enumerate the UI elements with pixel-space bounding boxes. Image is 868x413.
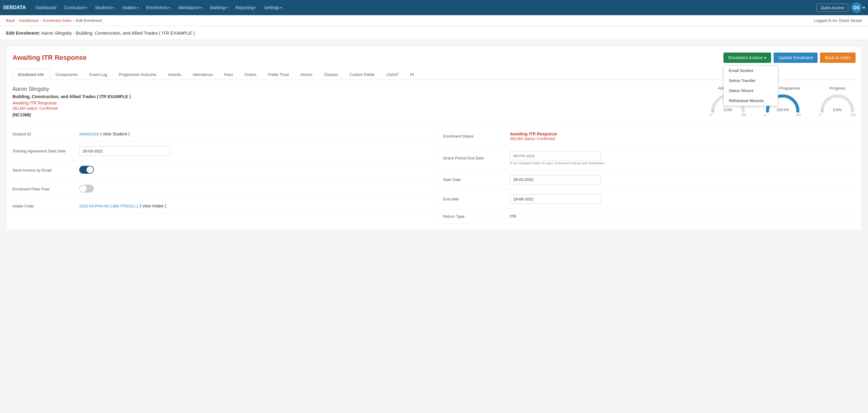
tab-awards[interactable]: Awards (162, 69, 187, 80)
tab-programme-outcome[interactable]: Programme Outcome (113, 69, 162, 80)
nav-students[interactable]: Students ▾ (91, 3, 118, 12)
update-enrolment-button[interactable]: Update Enrolment (774, 53, 817, 63)
field-send-invoice-value (79, 166, 428, 174)
field-grace-period: Grace Period End Date If not changed wit… (443, 146, 856, 170)
breadcrumb-enrolment-index[interactable]: Enrolment Index (43, 18, 72, 23)
student-id-link[interactable]: 564001026 (79, 132, 99, 136)
tab-event-log[interactable]: Event Log (84, 69, 113, 80)
field-fees-free-label: Enrolment Fees Free (12, 187, 79, 191)
gauge-progress-label: Progress (819, 86, 856, 91)
brand-logo: SEBDATA (3, 5, 26, 10)
field-training-start-value (79, 147, 428, 156)
fees-free-toggle[interactable] (79, 185, 94, 193)
return-type-text: ITR (510, 214, 516, 219)
curriculum-chevron-icon: ▾ (86, 6, 87, 9)
nav-dashboard[interactable]: Dashboard (32, 3, 60, 12)
field-training-agreement-start: Training Agreement Start Date (12, 141, 428, 161)
field-start-date-value (510, 175, 856, 184)
send-invoice-toggle-track[interactable] (79, 166, 94, 174)
nav-marking[interactable]: Marking ▾ (206, 3, 231, 12)
fees-free-toggle-knob (80, 185, 87, 192)
tab-alumni[interactable]: Alumni (294, 69, 318, 80)
field-end-date-label: End date (443, 197, 510, 201)
field-enrolment-status-value: Awaiting ITR Response SELMA status: Conf… (510, 131, 856, 141)
field-return-type-value: ITR (510, 214, 856, 219)
send-invoice-toggle[interactable] (79, 166, 94, 174)
breadcrumb-sep-2: › (40, 18, 41, 23)
fees-free-toggle-track[interactable] (79, 185, 94, 193)
enrolment-status-selma: SELMA status: Confirmed (510, 136, 856, 141)
student-programme: Building, Construction, and Allied Trade… (12, 94, 698, 99)
breadcrumb-back[interactable]: Back (6, 18, 15, 23)
settings-chevron-icon: ▾ (280, 6, 282, 9)
gauge-progress-scale: 0 100 (819, 113, 856, 117)
field-start-date-label: Start Date (443, 177, 510, 182)
enrolment-actions-button[interactable]: Enrolment Actions ▾ (723, 53, 771, 63)
field-student-id: Student ID 564001026 ( view Student ) (12, 127, 428, 141)
field-grace-period-value: If not changed within 42 days, Enrolment… (510, 151, 856, 165)
tab-public-trust[interactable]: Public Trust (262, 69, 294, 80)
field-return-type: Return Type ITR (443, 209, 856, 224)
student-info: Aaron Slingsby Building, Construction, a… (12, 86, 698, 117)
user-menu[interactable]: DS ▾ (851, 2, 865, 13)
gauge-progress-value: 0.0% (833, 108, 841, 112)
logged-in-label: Logged In As: David Straub (814, 18, 862, 23)
menu-status-wizard[interactable]: Status Wizard (724, 86, 778, 96)
breadcrumb-sep-3: › (73, 18, 74, 23)
quick-access-button[interactable]: Quick Access (817, 4, 848, 12)
intake-code-link[interactable]: 2022-03-PAN-NC1368-ITR2021-1 (79, 204, 139, 208)
enrolment-status-text: Awaiting ITR Response (510, 131, 856, 136)
gauge-progress: Progress 0.0% 0 100 (819, 86, 856, 117)
tab-enrolment-info[interactable]: Enrolment Info (12, 69, 50, 80)
end-date-input[interactable] (510, 194, 601, 204)
tab-attendance[interactable]: Attendance (187, 69, 218, 80)
student-nc: (NC1368) (12, 113, 698, 117)
breadcrumb-sep-1: › (17, 18, 18, 23)
marking-chevron-icon: ▾ (226, 6, 227, 9)
reporting-chevron-icon: ▾ (255, 6, 256, 9)
field-intake-code-label: Intake Code (12, 204, 79, 208)
tab-lnaat[interactable]: LNAAT (380, 69, 405, 80)
tab-fees[interactable]: Fees (218, 69, 239, 80)
student-id-extra: ( view Student ) (100, 131, 130, 136)
field-start-date: Start Date (443, 170, 856, 190)
student-selma: SELMA status: Confirmed (12, 106, 698, 110)
field-enrolment-status-label: Enrolment Status (443, 134, 510, 138)
grace-period-input[interactable] (510, 151, 601, 160)
breadcrumb-dashboard[interactable]: Dashboard (19, 18, 38, 23)
field-student-id-value: 564001026 ( view Student ) (79, 131, 428, 136)
back-to-index-button[interactable]: Back to Index (820, 53, 856, 63)
field-training-start-label: Training Agreement Start Date (12, 149, 79, 153)
enrolment-card: Awaiting ITR Response Enrolment Actions … (6, 46, 862, 230)
field-enrolment-status: Enrolment Status Awaiting ITR Response S… (443, 127, 856, 146)
training-start-date-input[interactable] (79, 147, 170, 156)
menu-withdrawal-wizards[interactable]: Withdrawal Wizards (724, 96, 778, 106)
nav-reporting[interactable]: Reporting ▾ (232, 3, 260, 12)
nav-curriculum[interactable]: Curriculum ▾ (60, 3, 91, 12)
menu-email-student[interactable]: Email Student (724, 66, 778, 75)
nav-attendance[interactable]: Attendance ▾ (174, 3, 206, 12)
nav-enrolments[interactable]: Enrolments ▾ (143, 3, 174, 12)
start-date-input[interactable] (510, 175, 601, 184)
tab-orders[interactable]: Orders (239, 69, 262, 80)
field-intake-code-value: 2022-03-PAN-NC1368-ITR2021-1 ( view Inta… (79, 203, 428, 208)
students-chevron-icon: ▾ (113, 6, 114, 9)
breadcrumb: Back › Dashboard › Enrolment Index › Edi… (6, 18, 102, 23)
menu-selma-transfer[interactable]: Selma Transfer (724, 75, 778, 86)
enrolment-actions-chevron-icon: ▾ (764, 55, 766, 60)
nav-settings[interactable]: Settings ▾ (260, 3, 286, 12)
tab-custom-fields[interactable]: Custom Fields (344, 69, 380, 80)
tab-pi[interactable]: PI (405, 69, 420, 80)
intake-code-extra: ( view Intake ) (140, 203, 166, 208)
field-fees-free-value (79, 185, 428, 193)
main-content: Awaiting ITR Response Enrolment Actions … (0, 40, 868, 236)
field-intake-code: Intake Code 2022-03-PAN-NC1368-ITR2021-1… (12, 199, 428, 214)
nav-intakes[interactable]: Intakes ▾ (119, 3, 142, 12)
tab-components[interactable]: Components (50, 69, 84, 80)
field-end-date: End date (443, 190, 856, 209)
field-end-date-value (510, 194, 856, 204)
user-chevron-icon: ▾ (863, 5, 865, 10)
fields-grid: Student ID 564001026 ( view Student ) Tr… (12, 126, 856, 224)
student-name: Aaron Slingsby (12, 86, 698, 92)
tab-classes[interactable]: Classes (318, 69, 343, 80)
